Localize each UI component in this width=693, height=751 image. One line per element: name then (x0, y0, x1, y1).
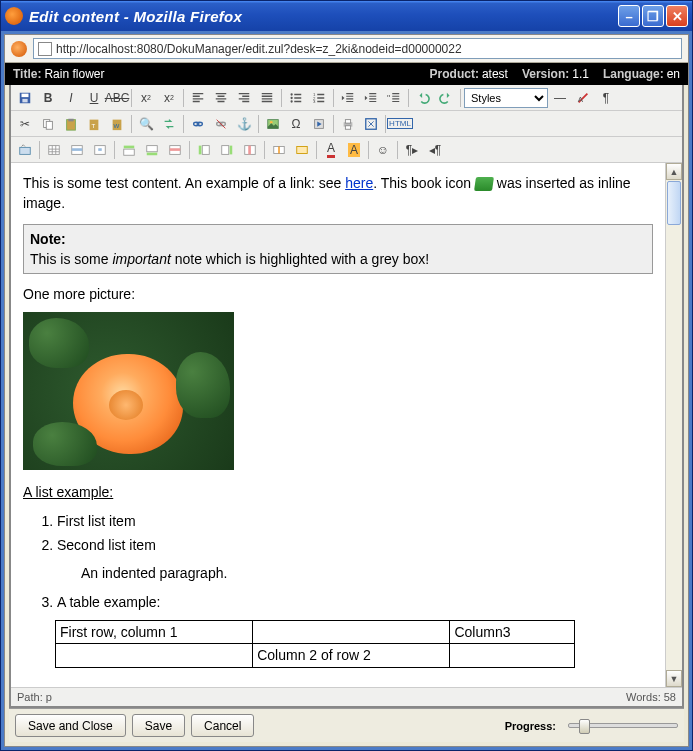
save-and-close-button[interactable]: Save and Close (15, 714, 126, 737)
svg-point-4 (290, 96, 292, 98)
table-cell[interactable] (56, 644, 253, 667)
text-color-button[interactable]: A (320, 139, 342, 160)
split-cells-button[interactable] (268, 139, 290, 160)
link-button[interactable] (187, 113, 209, 134)
hr-button[interactable]: — (549, 87, 571, 108)
bold-button[interactable]: B (37, 87, 59, 108)
align-justify-button[interactable] (256, 87, 278, 108)
slider-knob[interactable] (579, 719, 590, 734)
anchor-button[interactable]: ⚓ (233, 113, 255, 134)
cancel-button[interactable]: Cancel (191, 714, 254, 737)
svg-rect-41 (170, 148, 181, 151)
fullscreen-button[interactable] (360, 113, 382, 134)
svg-rect-27 (345, 119, 350, 123)
find-button[interactable]: 🔍 (135, 113, 157, 134)
table-cell[interactable] (450, 644, 575, 667)
table-cell[interactable]: First row, column 1 (56, 620, 253, 643)
bullet-list-button[interactable] (285, 87, 307, 108)
insert-row-after-button[interactable] (141, 139, 163, 160)
italic-button[interactable]: I (60, 87, 82, 108)
emoticon-button[interactable]: ☺ (372, 139, 394, 160)
bg-color-button[interactable]: A (343, 139, 365, 160)
paste-text-button[interactable]: T (83, 113, 105, 134)
svg-rect-30 (20, 147, 31, 154)
body-paragraph: This is some test content. An example of… (23, 173, 653, 214)
underline-button[interactable]: U (83, 87, 105, 108)
table-cell-props-button[interactable] (89, 139, 111, 160)
table-button[interactable] (43, 139, 65, 160)
edit-css-button[interactable] (14, 139, 36, 160)
paste-button[interactable] (60, 113, 82, 134)
delete-row-button[interactable] (164, 139, 186, 160)
insert-col-after-button[interactable] (216, 139, 238, 160)
toolbar-row-3: A A ☺ ¶▸ ◂¶ (11, 137, 682, 163)
svg-rect-35 (98, 148, 102, 151)
image-button[interactable] (262, 113, 284, 134)
titlebar[interactable]: Edit content - Mozilla Firefox – ❐ ✕ (1, 1, 692, 31)
svg-rect-38 (147, 145, 158, 151)
window-controls: – ❐ ✕ (618, 5, 688, 27)
indented-paragraph: An indented paragraph. (81, 563, 653, 583)
example-link[interactable]: here (345, 175, 373, 191)
special-char-button[interactable]: Ω (285, 113, 307, 134)
paragraph-icon[interactable]: ¶ (595, 87, 617, 108)
table-cell[interactable]: Column 2 of row 2 (253, 644, 450, 667)
ltr-button[interactable]: ¶▸ (401, 139, 423, 160)
table-row-props-button[interactable] (66, 139, 88, 160)
text: This is some test content. An example of… (23, 175, 345, 191)
superscript-button[interactable]: x2 (158, 87, 180, 108)
svg-rect-12 (46, 121, 52, 129)
table-cell[interactable]: Column3 (450, 620, 575, 643)
subscript-button[interactable]: x2 (135, 87, 157, 108)
separator (131, 89, 132, 107)
numbered-list-button[interactable]: 123 (308, 87, 330, 108)
svg-rect-14 (68, 118, 73, 121)
outdent-button[interactable] (337, 87, 359, 108)
delete-col-button[interactable] (239, 139, 261, 160)
separator (264, 141, 265, 159)
rtl-button[interactable]: ◂¶ (424, 139, 446, 160)
close-button[interactable]: ✕ (666, 5, 688, 27)
remove-format-button[interactable]: A (572, 87, 594, 108)
separator (385, 115, 386, 133)
align-center-button[interactable] (210, 87, 232, 108)
save-button[interactable]: Save (132, 714, 185, 737)
redo-button[interactable] (435, 87, 457, 108)
undo-button[interactable] (412, 87, 434, 108)
align-right-button[interactable] (233, 87, 255, 108)
title-label: Title: (13, 67, 41, 81)
insert-row-before-button[interactable] (118, 139, 140, 160)
scroll-track[interactable] (666, 226, 682, 670)
minimize-button[interactable]: – (618, 5, 640, 27)
vertical-scrollbar[interactable]: ▲ ▼ (665, 163, 682, 687)
unlink-button[interactable] (210, 113, 232, 134)
html-button[interactable]: HTML (389, 113, 411, 134)
separator (333, 89, 334, 107)
media-button[interactable] (308, 113, 330, 134)
align-left-button[interactable] (187, 87, 209, 108)
table-cell[interactable] (253, 620, 450, 643)
progress-slider[interactable] (568, 723, 678, 728)
maximize-button[interactable]: ❐ (642, 5, 664, 27)
copy-button[interactable] (37, 113, 59, 134)
indent-button[interactable] (360, 87, 382, 108)
address-bar[interactable]: http://localhost:8080/DokuManager/edit.z… (33, 38, 682, 59)
cut-button[interactable]: ✂ (14, 113, 36, 134)
scroll-up-button[interactable]: ▲ (666, 163, 682, 180)
blockquote-button[interactable]: " (383, 87, 405, 108)
page-icon (38, 42, 52, 56)
save-icon[interactable] (14, 87, 36, 108)
window-title: Edit content - Mozilla Firefox (29, 8, 618, 25)
scroll-down-button[interactable]: ▼ (666, 670, 682, 687)
paste-word-button[interactable]: W (106, 113, 128, 134)
scroll-thumb[interactable] (667, 181, 681, 225)
strikethrough-button[interactable]: ABC (106, 87, 128, 108)
separator (368, 141, 369, 159)
merge-cells-button[interactable] (291, 139, 313, 160)
insert-col-before-button[interactable] (193, 139, 215, 160)
window-body: http://localhost:8080/DokuManager/edit.z… (1, 31, 692, 750)
editor-content[interactable]: This is some test content. An example of… (11, 163, 665, 687)
styles-select[interactable]: Styles (464, 88, 548, 108)
print-button[interactable] (337, 113, 359, 134)
replace-button[interactable] (158, 113, 180, 134)
